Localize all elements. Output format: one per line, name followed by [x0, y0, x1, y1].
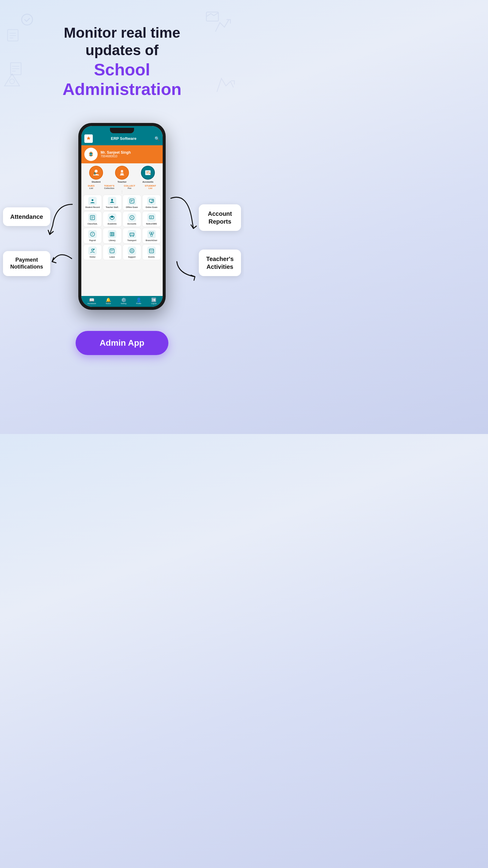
accounts-label: Accounts: [142, 181, 153, 183]
search-icon[interactable]: 🔍: [155, 136, 160, 141]
setting-icon: ⚙️: [121, 298, 126, 302]
arrow-attendance: [47, 201, 74, 238]
account-reports-label: AccountReports: [199, 204, 241, 231]
nav-homework-label: Homework: [87, 303, 96, 304]
library-label: Library: [109, 239, 116, 241]
student-record-icon: [88, 197, 97, 205]
user-avatar: SCHOOL: [84, 148, 98, 161]
accounts-menu-label: Accounts: [127, 223, 136, 225]
online-exam-icon: [147, 197, 156, 205]
nav-logout[interactable]: ➡️ Logout: [151, 298, 156, 304]
svg-point-39: [152, 251, 153, 252]
tab-student[interactable]: STUDENT List: [144, 184, 156, 189]
arrow-teachers: [172, 255, 199, 286]
menu-events[interactable]: Events: [142, 244, 161, 260]
nav-profile[interactable]: 👤 Profile: [136, 298, 141, 304]
tab-dues-value: DUES: [88, 184, 95, 187]
svg-rect-14: [130, 199, 134, 203]
svg-rect-29: [152, 232, 154, 234]
bottom-nav: 📖 Homework 🔔 Notice ⚙️ Setting 👤 Profile…: [82, 296, 163, 307]
student-label: Student: [92, 181, 101, 183]
nav-setting[interactable]: ⚙️ Setting: [121, 298, 127, 304]
svg-text:SCHOOL: SCHOOL: [88, 154, 94, 155]
visitor-icon: [88, 247, 97, 255]
app-scroll-area: Student Record Teacher Staff. Offline Ex…: [82, 193, 163, 296]
tab-dues[interactable]: DUES List: [88, 184, 95, 189]
menu-academic[interactable]: Academic: [103, 211, 121, 227]
tab-collect[interactable]: COLLECT Fee: [124, 184, 135, 189]
logout-icon: ➡️: [151, 298, 156, 302]
main-icon-teacher[interactable]: Teacher: [113, 166, 131, 183]
class-sub-label: Class/Sub.: [88, 223, 98, 225]
student-record-label: Student Record: [85, 206, 100, 208]
menu-branch-user[interactable]: Branch/User: [142, 228, 161, 244]
tab-todays-value: TODAY'S: [104, 184, 114, 187]
events-icon: [147, 247, 156, 255]
menu-online-exam[interactable]: Online Exam: [142, 195, 161, 210]
support-label: Support: [128, 256, 135, 258]
svg-point-35: [131, 250, 133, 252]
notice-sms-label: Notice/SMS: [146, 223, 157, 225]
menu-library[interactable]: Library: [103, 228, 121, 244]
app-title: ERP Software: [93, 136, 155, 141]
tab-todays-label: Collection: [104, 187, 115, 189]
hero-line3: School: [18, 60, 226, 79]
phone-screen: ERP Software 🔍 SCHOOL Mr. Sanjeet Singh: [82, 126, 163, 307]
teacher-icon-circle: [115, 166, 129, 180]
tab-dues-label: List: [90, 187, 93, 189]
nav-notice[interactable]: 🔔 Notice: [106, 298, 111, 304]
menu-class-sub[interactable]: Class/Sub.: [83, 211, 102, 227]
svg-point-7: [95, 170, 98, 173]
nav-homework[interactable]: 📖 Homework: [87, 298, 96, 304]
branch-user-label: Branch/User: [146, 239, 158, 241]
svg-rect-24: [113, 232, 114, 236]
main-icon-accounts[interactable]: Accounts: [139, 166, 157, 183]
user-banner: SCHOOL Mr. Sanjeet Singh 7004680810: [82, 145, 163, 163]
svg-rect-36: [150, 249, 154, 253]
phone-section: Attendance PaymentNotifications AccountR…: [0, 114, 244, 319]
svg-point-37: [150, 251, 151, 252]
admin-app-button[interactable]: Admin App: [76, 331, 168, 355]
menu-notice-sms[interactable]: Notice/SMS: [142, 211, 161, 227]
transport-icon: [128, 230, 136, 239]
teacher-staff-icon: [108, 197, 116, 205]
menu-transport[interactable]: Transport: [123, 228, 141, 244]
menu-teacher-staff[interactable]: Teacher Staff.: [103, 195, 121, 210]
menu-leave[interactable]: Leave: [103, 244, 121, 260]
main-icon-student[interactable]: Student: [87, 166, 105, 183]
tab-todays[interactable]: TODAY'S Collection: [104, 184, 114, 189]
hero-line2: updates of: [18, 41, 226, 59]
main-icons-row: Student Teacher: [82, 163, 163, 183]
tabs-row: DUES List TODAY'S Collection COLLECT Fee…: [82, 183, 163, 190]
svg-point-31: [92, 249, 93, 251]
library-icon: [108, 230, 116, 239]
academic-label: Academic: [107, 223, 117, 225]
svg-rect-30: [151, 235, 153, 236]
tab-collect-label: Fee: [128, 187, 131, 189]
svg-point-12: [111, 199, 113, 201]
menu-accounts[interactable]: ₹ Accounts: [123, 211, 141, 227]
menu-payroll[interactable]: Payroll: [83, 228, 102, 244]
arrow-account-reports: [169, 192, 199, 231]
svg-point-26: [130, 236, 131, 236]
phone-notch: [110, 128, 134, 133]
menu-visitor[interactable]: Visitor: [83, 244, 102, 260]
menu-offline-exam[interactable]: Offline Exam: [123, 195, 141, 210]
app-logo: [84, 134, 93, 143]
menu-student-record[interactable]: Student Record: [83, 195, 102, 210]
svg-rect-13: [111, 201, 113, 202]
online-exam-label: Online Exam: [145, 206, 157, 208]
hero-line4: Administration: [18, 80, 226, 99]
branch-user-icon: [147, 230, 156, 239]
academic-icon: [108, 213, 116, 222]
svg-rect-9: [121, 173, 124, 175]
profile-icon: 👤: [136, 298, 141, 302]
menu-support[interactable]: Support: [123, 244, 141, 260]
svg-rect-23: [112, 232, 113, 236]
payroll-icon: [88, 230, 97, 239]
svg-point-16: [152, 200, 153, 201]
svg-text:₹: ₹: [131, 216, 133, 219]
accounts-menu-icon: ₹: [128, 213, 136, 222]
student-icon-circle: [89, 166, 103, 180]
nav-notice-label: Notice: [106, 303, 111, 304]
